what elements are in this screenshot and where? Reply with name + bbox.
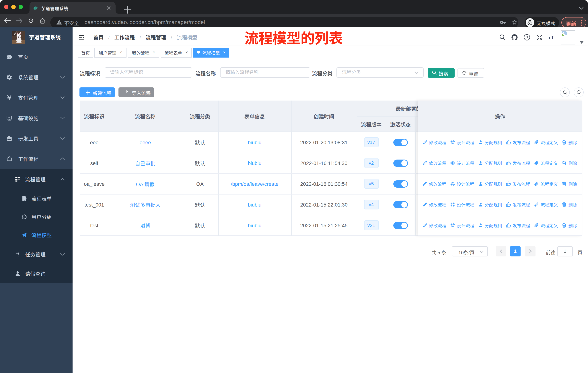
svg-text:T: T xyxy=(550,34,554,40)
svg-text:T: T xyxy=(548,36,550,40)
